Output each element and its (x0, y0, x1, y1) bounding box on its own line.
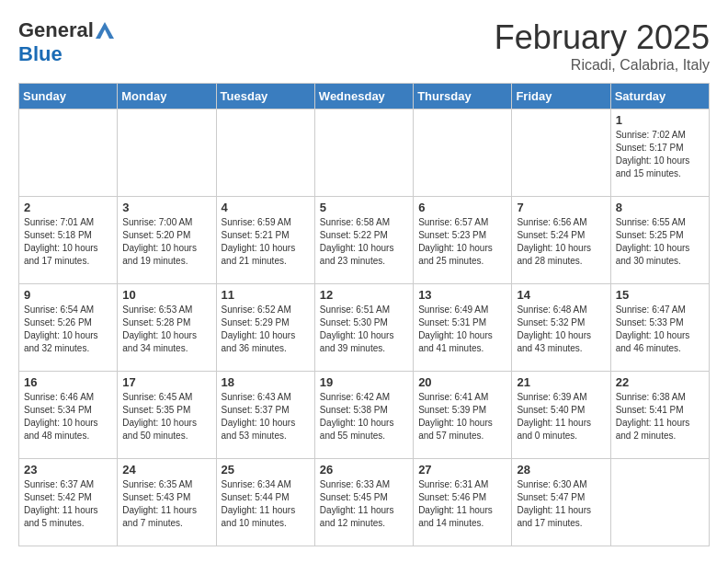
day-number: 10 (122, 288, 210, 302)
day-number: 5 (320, 201, 408, 214)
day-info: Sunrise: 6:51 AM Sunset: 5:30 PM Dayligh… (320, 304, 408, 355)
day-info: Sunrise: 6:52 AM Sunset: 5:29 PM Dayligh… (222, 304, 310, 355)
day-info: Sunrise: 6:58 AM Sunset: 5:22 PM Dayligh… (320, 216, 408, 268)
day-info: Sunrise: 7:00 AM Sunset: 5:20 PM Dayligh… (122, 216, 210, 268)
calendar: SundayMondayTuesdayWednesdayThursdayFrid… (18, 83, 710, 546)
day-number: 25 (222, 463, 310, 477)
day-info: Sunrise: 6:30 AM Sunset: 5:47 PM Dayligh… (517, 478, 605, 530)
day-info: Sunrise: 6:39 AM Sunset: 5:40 PM Dayligh… (517, 391, 605, 442)
calendar-cell: 22Sunrise: 6:38 AM Sunset: 5:41 PM Dayli… (610, 372, 709, 459)
day-info: Sunrise: 6:46 AM Sunset: 5:34 PM Dayligh… (24, 391, 112, 442)
calendar-cell: 18Sunrise: 6:43 AM Sunset: 5:37 PM Dayli… (216, 372, 314, 459)
calendar-cell: 20Sunrise: 6:41 AM Sunset: 5:39 PM Dayli… (414, 372, 512, 459)
calendar-cell: 19Sunrise: 6:42 AM Sunset: 5:38 PM Dayli… (314, 372, 413, 459)
day-number: 20 (418, 375, 506, 389)
calendar-cell: 4Sunrise: 6:59 AM Sunset: 5:21 PM Daylig… (216, 197, 314, 284)
weekday-header-row: SundayMondayTuesdayWednesdayThursdayFrid… (19, 84, 710, 109)
day-number: 21 (517, 375, 605, 389)
calendar-cell: 17Sunrise: 6:45 AM Sunset: 5:35 PM Dayli… (118, 372, 216, 459)
calendar-cell: 24Sunrise: 6:35 AM Sunset: 5:43 PM Dayli… (118, 459, 216, 546)
week-row-4: 16Sunrise: 6:46 AM Sunset: 5:34 PM Dayli… (19, 372, 710, 459)
day-number: 22 (616, 375, 704, 389)
day-number: 24 (122, 463, 210, 477)
day-number: 14 (517, 288, 605, 302)
logo: General Blue (18, 18, 114, 66)
calendar-cell (19, 109, 118, 197)
day-number: 12 (320, 288, 408, 302)
calendar-cell: 25Sunrise: 6:34 AM Sunset: 5:44 PM Dayli… (216, 459, 314, 546)
day-number: 19 (320, 375, 408, 389)
day-number: 7 (517, 201, 605, 214)
day-info: Sunrise: 6:45 AM Sunset: 5:35 PM Dayligh… (122, 391, 210, 442)
week-row-3: 9Sunrise: 6:54 AM Sunset: 5:26 PM Daylig… (19, 284, 710, 372)
calendar-cell: 23Sunrise: 6:37 AM Sunset: 5:42 PM Dayli… (19, 459, 118, 546)
day-number: 2 (24, 201, 112, 214)
calendar-cell: 8Sunrise: 6:55 AM Sunset: 5:25 PM Daylig… (610, 197, 709, 284)
day-info: Sunrise: 6:35 AM Sunset: 5:43 PM Dayligh… (122, 478, 210, 530)
calendar-cell: 16Sunrise: 6:46 AM Sunset: 5:34 PM Dayli… (19, 372, 118, 459)
calendar-cell: 1Sunrise: 7:02 AM Sunset: 5:17 PM Daylig… (610, 109, 709, 197)
calendar-cell: 2Sunrise: 7:01 AM Sunset: 5:18 PM Daylig… (19, 197, 118, 284)
day-info: Sunrise: 6:34 AM Sunset: 5:44 PM Dayligh… (222, 478, 310, 530)
day-number: 3 (122, 201, 210, 214)
weekday-header-thursday: Thursday (414, 84, 512, 109)
calendar-cell: 5Sunrise: 6:58 AM Sunset: 5:22 PM Daylig… (314, 197, 413, 284)
day-number: 6 (418, 201, 506, 214)
day-info: Sunrise: 6:33 AM Sunset: 5:45 PM Dayligh… (320, 478, 408, 530)
logo-icon (96, 22, 114, 39)
calendar-cell: 27Sunrise: 6:31 AM Sunset: 5:46 PM Dayli… (414, 459, 512, 546)
calendar-cell (314, 109, 413, 197)
logo-blue-text: Blue (18, 42, 63, 66)
day-info: Sunrise: 6:53 AM Sunset: 5:28 PM Dayligh… (122, 304, 210, 355)
header: General Blue February 2025 Ricadi, Calab… (18, 18, 710, 74)
weekday-header-friday: Friday (512, 84, 610, 109)
day-info: Sunrise: 6:47 AM Sunset: 5:33 PM Dayligh… (616, 304, 704, 355)
day-number: 1 (616, 113, 704, 127)
week-row-2: 2Sunrise: 7:01 AM Sunset: 5:18 PM Daylig… (19, 197, 710, 284)
calendar-cell: 3Sunrise: 7:00 AM Sunset: 5:20 PM Daylig… (118, 197, 216, 284)
weekday-header-wednesday: Wednesday (314, 84, 413, 109)
calendar-cell: 28Sunrise: 6:30 AM Sunset: 5:47 PM Dayli… (512, 459, 610, 546)
weekday-header-tuesday: Tuesday (216, 84, 314, 109)
day-info: Sunrise: 7:01 AM Sunset: 5:18 PM Dayligh… (24, 216, 112, 268)
day-info: Sunrise: 6:31 AM Sunset: 5:46 PM Dayligh… (418, 478, 506, 530)
weekday-header-monday: Monday (118, 84, 216, 109)
day-number: 16 (24, 375, 112, 389)
day-number: 18 (222, 375, 310, 389)
day-number: 28 (517, 463, 605, 477)
calendar-cell: 11Sunrise: 6:52 AM Sunset: 5:29 PM Dayli… (216, 284, 314, 372)
subtitle: Ricadi, Calabria, Italy (495, 57, 710, 74)
calendar-cell: 10Sunrise: 6:53 AM Sunset: 5:28 PM Dayli… (118, 284, 216, 372)
logo-general-text: General (18, 18, 94, 42)
day-info: Sunrise: 6:48 AM Sunset: 5:32 PM Dayligh… (517, 304, 605, 355)
calendar-cell: 15Sunrise: 6:47 AM Sunset: 5:33 PM Dayli… (610, 284, 709, 372)
day-info: Sunrise: 6:54 AM Sunset: 5:26 PM Dayligh… (24, 304, 112, 355)
month-title: February 2025 (495, 18, 710, 57)
day-number: 8 (616, 201, 704, 214)
day-info: Sunrise: 6:43 AM Sunset: 5:37 PM Dayligh… (222, 391, 310, 442)
calendar-cell: 6Sunrise: 6:57 AM Sunset: 5:23 PM Daylig… (414, 197, 512, 284)
weekday-header-saturday: Saturday (610, 84, 709, 109)
calendar-cell: 7Sunrise: 6:56 AM Sunset: 5:24 PM Daylig… (512, 197, 610, 284)
day-info: Sunrise: 6:57 AM Sunset: 5:23 PM Dayligh… (418, 216, 506, 268)
calendar-cell: 21Sunrise: 6:39 AM Sunset: 5:40 PM Dayli… (512, 372, 610, 459)
day-number: 11 (222, 288, 310, 302)
day-number: 17 (122, 375, 210, 389)
calendar-cell: 13Sunrise: 6:49 AM Sunset: 5:31 PM Dayli… (414, 284, 512, 372)
calendar-cell: 12Sunrise: 6:51 AM Sunset: 5:30 PM Dayli… (314, 284, 413, 372)
day-info: Sunrise: 6:59 AM Sunset: 5:21 PM Dayligh… (222, 216, 310, 268)
calendar-cell (414, 109, 512, 197)
day-info: Sunrise: 6:49 AM Sunset: 5:31 PM Dayligh… (418, 304, 506, 355)
day-info: Sunrise: 6:38 AM Sunset: 5:41 PM Dayligh… (616, 391, 704, 442)
calendar-cell: 14Sunrise: 6:48 AM Sunset: 5:32 PM Dayli… (512, 284, 610, 372)
calendar-cell: 9Sunrise: 6:54 AM Sunset: 5:26 PM Daylig… (19, 284, 118, 372)
title-block: February 2025 Ricadi, Calabria, Italy (495, 18, 710, 74)
calendar-cell (216, 109, 314, 197)
day-number: 13 (418, 288, 506, 302)
calendar-cell: 26Sunrise: 6:33 AM Sunset: 5:45 PM Dayli… (314, 459, 413, 546)
day-number: 4 (222, 201, 310, 214)
calendar-cell (512, 109, 610, 197)
day-info: Sunrise: 6:41 AM Sunset: 5:39 PM Dayligh… (418, 391, 506, 442)
day-info: Sunrise: 6:55 AM Sunset: 5:25 PM Dayligh… (616, 216, 704, 268)
day-number: 26 (320, 463, 408, 477)
